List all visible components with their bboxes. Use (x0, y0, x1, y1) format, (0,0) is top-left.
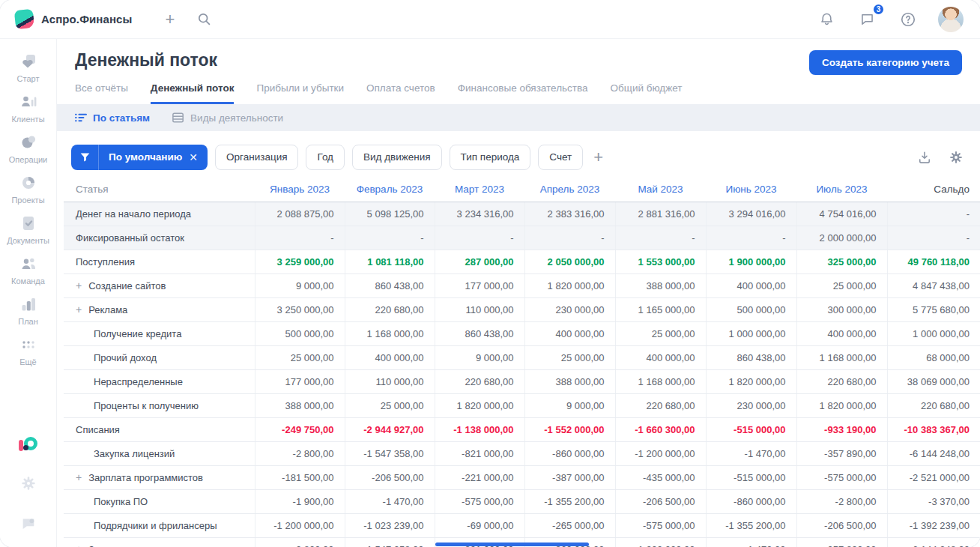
table-row[interactable]: Проценты к получению388 000,0025 000,001… (64, 393, 980, 417)
create-new-icon[interactable]: + (162, 8, 178, 31)
table-row[interactable]: Покупка ПО-1 900,00-1 470,00-575 000,00-… (64, 489, 980, 513)
table-row[interactable]: Подрядчики и фрилансеры-1 200 000,00-1 0… (64, 513, 980, 537)
filter-chip-organization[interactable]: Организация (215, 145, 298, 170)
sidebar-chat-icon[interactable] (17, 513, 40, 535)
expand-row-icon[interactable]: + (76, 543, 82, 547)
table-row[interactable]: +Создание сайтов9 000,00860 438,00177 00… (64, 274, 980, 297)
sidebar-item-more[interactable]: Ещё (0, 331, 56, 372)
column-header[interactable]: Май 2023 (615, 178, 706, 202)
tab-liabilities[interactable]: Финансовые обязательства (458, 82, 588, 104)
notifications-bell-icon[interactable] (816, 8, 838, 30)
column-header[interactable]: Июнь 2023 (706, 178, 796, 202)
download-icon[interactable] (916, 148, 934, 166)
search-icon[interactable] (194, 9, 214, 29)
view-by-articles[interactable]: По статьям (75, 112, 150, 124)
cell-value: 25 000,00 (524, 345, 615, 369)
filter-chip-period-type[interactable]: Тип периода (450, 145, 531, 170)
cell-value: -387 000,00 (524, 465, 615, 489)
filter-chip-movement-type[interactable]: Вид движения (352, 145, 442, 170)
cell-value: 400 000,00 (706, 274, 796, 297)
column-header[interactable]: Январь 2023 (255, 178, 345, 202)
expand-row-icon[interactable]: + (76, 279, 82, 291)
sidebar-item-projects[interactable]: Проекты (0, 169, 56, 210)
sidebar-item-clients[interactable]: Клиенты (0, 88, 56, 129)
filter-chip-year[interactable]: Год (306, 145, 345, 170)
cell-value: -249 750,00 (255, 417, 345, 441)
user-avatar[interactable] (938, 7, 964, 32)
table-row[interactable]: +Зарплата программистов-181 500,00-206 5… (64, 465, 980, 489)
cell-value: -265 000,00 (524, 513, 615, 537)
aspro-cloud-logo-icon[interactable] (19, 436, 38, 454)
cell-value: 49 760 118,00 (887, 250, 980, 274)
cell-value: -1 355 200,00 (524, 489, 615, 513)
cell-value: - (706, 226, 796, 250)
column-header[interactable]: Февраль 2023 (345, 178, 435, 202)
cell-value: -10 383 367,00 (887, 417, 980, 441)
row-label: Поступления (64, 250, 255, 274)
sidebar-item-plan[interactable]: План (0, 291, 56, 331)
cell-value: 230 000,00 (524, 297, 615, 321)
sidebar-settings-gear-icon[interactable] (17, 472, 40, 495)
create-category-button[interactable]: Создать категорию учета (809, 50, 962, 75)
cell-value: -206 500,00 (345, 465, 435, 489)
column-header: Статья (64, 178, 255, 202)
cell-value: 2 050 000,00 (524, 250, 615, 274)
tab-invoice-payment[interactable]: Оплата счетов (366, 82, 435, 104)
cell-value: 500 000,00 (255, 321, 345, 345)
expand-row-icon[interactable]: + (76, 471, 82, 483)
cell-value: - (435, 226, 524, 250)
cell-value: 25 000,00 (255, 345, 345, 369)
cell-value: -1 200 000,00 (615, 441, 706, 465)
table-row[interactable]: Списания-249 750,00-2 944 927,00-1 138 0… (64, 417, 980, 441)
tab-total-budget[interactable]: Общий бюджет (611, 82, 683, 104)
table-row[interactable]: Поступления3 259 000,001 081 118,00287 0… (64, 250, 980, 274)
cell-value: -860 000,00 (706, 489, 796, 513)
cell-value: 1 081 118,00 (345, 250, 435, 274)
active-filter-chip[interactable]: По умолчанию ✕ (71, 145, 208, 170)
horizontal-scrollbar-thumb[interactable] (435, 543, 589, 546)
cell-value: -1 900,00 (255, 489, 345, 513)
table-settings-gear-icon[interactable] (947, 148, 965, 166)
column-header[interactable]: Март 2023 (435, 178, 524, 202)
column-header[interactable]: Апрель 2023 (524, 178, 615, 202)
row-label: +Зарплата программистов (64, 537, 255, 547)
expand-row-icon[interactable]: + (76, 303, 82, 315)
cell-value: -575 000,00 (435, 489, 524, 513)
tab-all-reports[interactable]: Все отчёты (75, 82, 128, 104)
sidebar-item-team[interactable]: Команда (0, 250, 56, 291)
cell-value: -2 800,00 (255, 441, 345, 465)
table-row[interactable]: Получение кредита500 000,001 168 000,008… (64, 321, 980, 345)
cell-value: -1 200 000,00 (255, 513, 345, 537)
brand-name: Аспро.Финансы (41, 13, 132, 25)
cell-value: 388 000,00 (524, 369, 615, 393)
brand[interactable]: Аспро.Финансы (15, 10, 132, 28)
row-label: Нераспределенные (64, 369, 255, 393)
column-header[interactable]: Июль 2023 (796, 178, 887, 202)
cell-value: -69 000,00 (435, 513, 524, 537)
filter-chip-account[interactable]: Счет (538, 145, 583, 170)
table-row[interactable]: Закупка лицензий-2 800,00-1 547 358,00-8… (64, 441, 980, 465)
sidebar-item-label: Операции (9, 155, 47, 164)
cell-value: 25 000,00 (615, 321, 706, 345)
table-row[interactable]: Прочий доход25 000,00400 000,009 000,002… (64, 345, 980, 369)
add-filter-icon[interactable]: + (593, 149, 603, 166)
cell-value: -1 660 300,00 (615, 417, 706, 441)
tab-cash-flow[interactable]: Денежный поток (151, 82, 235, 104)
cell-value: 230 000,00 (706, 393, 796, 417)
sidebar-item-start[interactable]: Старт (0, 48, 56, 88)
clear-filter-icon[interactable]: ✕ (189, 151, 198, 163)
view-by-activity[interactable]: Виды деятельности (172, 112, 283, 124)
cell-value: 3 250 000,00 (255, 297, 345, 321)
table-row[interactable]: Нераспределенные177 000,00110 000,00220 … (64, 369, 980, 393)
tab-profit-loss[interactable]: Прибыли и убытки (256, 82, 344, 104)
table-row[interactable]: Фиксированный остаток------2 000 000,00- (64, 226, 980, 250)
help-icon[interactable] (897, 8, 919, 31)
table-row[interactable]: Денег на начало периода2 088 875,005 098… (64, 202, 980, 226)
cell-value: 220 680,00 (435, 369, 524, 393)
cell-value: 220 680,00 (887, 393, 980, 417)
table-row[interactable]: +Реклама3 250 000,00220 680,00110 000,00… (64, 297, 980, 321)
cell-value: -515 000,00 (706, 465, 796, 489)
sidebar-item-documents[interactable]: Документы (0, 210, 56, 250)
cell-value: - (255, 226, 345, 250)
sidebar-item-operations[interactable]: Операции (0, 129, 56, 169)
